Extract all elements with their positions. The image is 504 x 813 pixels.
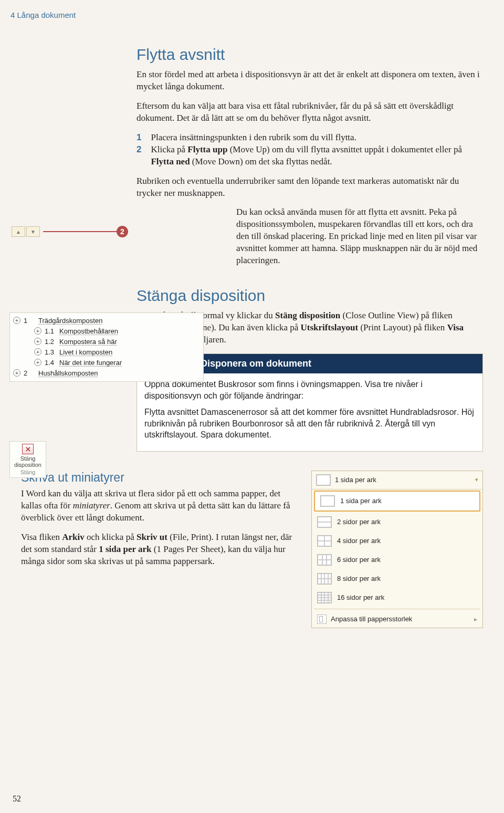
- expand-icon[interactable]: +: [34, 348, 41, 356]
- outline-number: 1: [24, 317, 38, 325]
- option-label: 1 sida per ark: [340, 497, 382, 505]
- fit-label: Anpassa till pappersstorlek: [331, 615, 412, 623]
- outline-label: Livet i komposten: [59, 348, 112, 356]
- outline-item[interactable]: +1.1Kompostbehållaren: [13, 326, 200, 336]
- grid-icon: [317, 516, 332, 528]
- pages-per-sheet-option[interactable]: 8 sidor per ark: [312, 569, 482, 588]
- pages-per-sheet-option[interactable]: 4 sidor per ark: [312, 531, 482, 550]
- outline-item[interactable]: +1.2Kompostera så här: [13, 336, 200, 347]
- pages-per-sheet-option[interactable]: 16 sidor per ark: [312, 588, 482, 607]
- callout-move-arrows: ▲ ▼ 2: [12, 226, 128, 237]
- outline-panel: +1Trädgårdskomposten+1.1Kompostbehållare…: [9, 312, 204, 382]
- move-down-icon[interactable]: ▼: [26, 226, 40, 237]
- grid-icon: [317, 573, 332, 585]
- step-num: 1: [136, 132, 151, 144]
- para: I Word kan du välja att skriva ut flera …: [21, 488, 302, 524]
- outline-item[interactable]: +2Hushållskomposten: [13, 368, 200, 378]
- fit-icon: [317, 614, 327, 624]
- para: En stor fördel med att arbeta i disposit…: [136, 69, 483, 93]
- expand-icon[interactable]: +: [34, 327, 41, 335]
- pages-per-sheet-panel: 1 sida per ark ▾ 1 sida per ark2 sidor p…: [311, 471, 483, 628]
- outline-label: Kompostera så här: [59, 338, 117, 346]
- para: Eftersom du kan välja att bara visa ett …: [136, 100, 483, 124]
- outline-number: 2: [24, 369, 38, 377]
- step-num: 2: [136, 144, 151, 168]
- pages-per-sheet-option[interactable]: 2 sidor per ark: [312, 513, 482, 531]
- outline-number: 1.1: [45, 327, 59, 335]
- pages-per-sheet-option[interactable]: 1 sida per ark: [314, 491, 480, 512]
- numbered-list: 1 Placera insättningspunkten i den rubri…: [136, 132, 483, 168]
- chevron-right-icon: ▸: [474, 616, 477, 623]
- para: Rubriken och eventuella underrubriker sa…: [136, 175, 483, 200]
- option-label: 16 sidor per ark: [337, 593, 384, 601]
- step-text: Placera insättningspunkten i den rubrik …: [151, 132, 483, 144]
- exercise-text: Flytta avsnittet Damascenerrosor så att …: [144, 407, 475, 441]
- page-number: 52: [13, 794, 21, 804]
- outline-number: 1.3: [45, 348, 59, 356]
- pages-per-sheet-dropdown[interactable]: 1 sida per ark ▾: [312, 471, 482, 489]
- option-label: 4 sidor per ark: [337, 537, 381, 545]
- expand-icon[interactable]: +: [13, 369, 20, 377]
- close-icon: ✕: [22, 444, 34, 454]
- option-label: 2 sidor per ark: [337, 518, 381, 526]
- outline-item[interactable]: +1.4När det inte fungerar: [13, 357, 200, 368]
- option-label: 8 sidor per ark: [337, 575, 381, 582]
- grid-icon: [317, 554, 332, 566]
- exercise-text: Öppna dokumentet Buskrosor som finns i ö…: [144, 379, 475, 401]
- outline-number: 1.4: [45, 359, 59, 367]
- option-label: 6 sidor per ark: [337, 556, 381, 564]
- expand-icon[interactable]: +: [34, 338, 41, 345]
- outline-label: När det inte fungerar: [59, 359, 122, 367]
- para: Du kan också använda musen för att flytt…: [236, 206, 483, 267]
- heading-skriva-ut-miniatyrer: Skriva ut miniatyrer: [21, 471, 302, 485]
- expand-icon[interactable]: +: [34, 359, 41, 366]
- close-outline-button[interactable]: ✕ Stäng disposition Stäng: [9, 441, 46, 478]
- close-label: disposition: [12, 462, 44, 468]
- fit-to-paper-size[interactable]: Anpassa till pappersstorlek ▸: [312, 611, 482, 628]
- step-text: Klicka på Flytta upp (Move Up) om du vil…: [151, 144, 483, 168]
- expand-icon[interactable]: +: [13, 317, 20, 324]
- dropdown-value: 1 sida per ark: [335, 476, 376, 484]
- heading-stanga-disposition: Stänga disposition: [136, 287, 483, 305]
- heading-flytta-avsnitt: Flytta avsnitt: [136, 46, 483, 64]
- grid-icon: [317, 592, 332, 603]
- outline-label: Trädgårdskomposten: [38, 317, 102, 325]
- close-label: Stäng: [12, 455, 44, 462]
- chevron-down-icon: ▾: [475, 476, 478, 483]
- callout-badge: 2: [117, 226, 128, 237]
- move-up-icon[interactable]: ▲: [12, 226, 25, 237]
- pages-per-sheet-option[interactable]: 6 sidor per ark: [312, 550, 482, 569]
- grid-icon: [320, 495, 335, 507]
- close-group-label: Stäng: [12, 469, 44, 475]
- para: Visa fliken Arkiv och klicka på Skriv ut…: [21, 531, 302, 568]
- page-icon: [316, 474, 331, 486]
- page-header: 4 Långa dokument: [10, 11, 483, 19]
- grid-icon: [317, 535, 332, 547]
- outline-label: Hushållskomposten: [38, 369, 98, 377]
- outline-label: Kompostbehållaren: [59, 327, 118, 335]
- outline-number: 1.2: [45, 338, 59, 346]
- outline-item[interactable]: +1.3Livet i komposten: [13, 347, 200, 357]
- outline-item[interactable]: +1Trädgårdskomposten: [13, 315, 200, 326]
